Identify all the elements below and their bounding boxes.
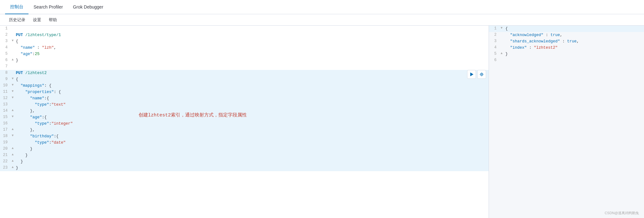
right-panel: 1 ▼ { 2 "acknowledged" : true, 3 "shards… (489, 26, 644, 218)
editor-line-2: 2 PUT /lzhtest/type/1 (0, 32, 489, 38)
code-editor[interactable]: 1 2 PUT /lzhtest/type/1 3 ▼ { 4 "name" : (0, 26, 489, 218)
run-button[interactable] (467, 70, 476, 79)
editor-line-15: 15 ▼ "age":{ (0, 114, 489, 121)
output-line-1: 1 ▼ { (489, 26, 644, 32)
editor-line-20: 20 ▲ } (0, 146, 489, 152)
tab-search-profiler[interactable]: Search Profiler (28, 0, 68, 14)
wrench-button[interactable] (477, 70, 486, 79)
svg-point-1 (481, 74, 483, 75)
nav-history[interactable]: 历史记录 (5, 14, 29, 26)
editor-line-17: 17 ▲ }, (0, 127, 489, 133)
top-tabs-bar: 控制台 Search Profiler Grok Debugger (0, 0, 644, 14)
editor-line-6: 6 ▲ } (0, 57, 489, 64)
secondary-nav: 历史记录 设置 帮助 (0, 14, 644, 26)
editor-line-8: 8 PUT /lzhtest2 (0, 70, 489, 76)
nav-help[interactable]: 帮助 (45, 14, 61, 26)
svg-marker-0 (470, 72, 473, 76)
editor-line-4: 4 "name" : "lzh", (0, 45, 489, 51)
action-buttons (467, 70, 486, 79)
watermark-text: CSDN@逃离鸡鸭鹅兔 (605, 211, 639, 215)
output-panel: 1 ▼ { 2 "acknowledged" : true, 3 "shards… (489, 26, 644, 218)
editor-line-16: 16 "type":"integer" (0, 121, 489, 127)
editor-line-21: 21 ▲ } (0, 152, 489, 159)
editor-line-14: 14 ▲ }, (0, 108, 489, 114)
output-line-3: 3 "shards_acknowledged" : true, (489, 38, 644, 45)
tab-grok-debugger[interactable]: Grok Debugger (68, 0, 109, 14)
editor-line-9: 9 ▼ { (0, 76, 489, 83)
editor-line-7: 7 (0, 64, 489, 70)
editor-line-18: 18 ▼ "birthday":{ (0, 133, 489, 140)
editor-line-23: 23 ▲ } (0, 165, 489, 171)
editor-line-11: 11 ▼ "properties": { (0, 89, 489, 95)
editor-line-13: 13 "type":"text" (0, 102, 489, 108)
editor-line-22: 22 ▲ } (0, 159, 489, 165)
editor-line-3: 3 ▼ { (0, 38, 489, 45)
editor-line-19: 19 "type":"date" (0, 140, 489, 146)
editor-line-12: 12 ▼ "name":{ (0, 95, 489, 102)
tab-console[interactable]: 控制台 (5, 0, 28, 14)
editor-line-10: 10 ▼ "mappings": { (0, 83, 489, 89)
output-line-6: 6 (489, 57, 644, 64)
left-panel: 1 2 PUT /lzhtest/type/1 3 ▼ { 4 "name" : (0, 26, 489, 218)
main-content: 1 2 PUT /lzhtest/type/1 3 ▼ { 4 "name" : (0, 26, 644, 218)
output-line-5: 5 ▲ } (489, 51, 644, 57)
editor-line-1: 1 (0, 26, 489, 32)
nav-settings[interactable]: 设置 (29, 14, 45, 26)
output-line-2: 2 "acknowledged" : true, (489, 32, 644, 38)
output-line-4: 4 "index" : "lzhtest2" (489, 45, 644, 51)
editor-line-5: 5 "age":25 (0, 51, 489, 57)
editor-highlighted-block: 8 PUT /lzhtest2 (0, 70, 489, 171)
